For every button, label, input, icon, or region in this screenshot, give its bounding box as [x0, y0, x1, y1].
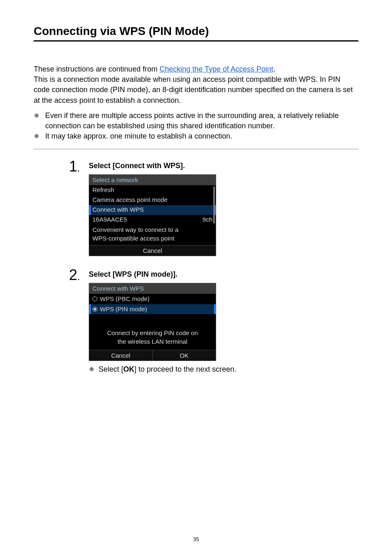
intro-line1-pre: These instructions are continued from [34, 65, 159, 73]
lcd1-cancel-button: Cancel [89, 245, 216, 256]
lcd2-header: Connect with WPS [89, 283, 216, 294]
lcd2-radio-pin-mode: WPS (PIN mode) [89, 304, 216, 315]
radio-unselected-icon [92, 296, 97, 301]
step-2: 2. Select [WPS (PIN mode)]. Connect with… [69, 268, 358, 375]
step-2-note-list: Select [OK] to proceed to the next scree… [89, 364, 358, 375]
lcd1-description: Convenient way to connect to a WPS-compa… [89, 224, 216, 245]
page-number: 35 [0, 536, 392, 542]
page-title: Connecting via WPS (PIN Mode) [34, 25, 358, 42]
lcd1-item-camera-ap-mode: Camera access point mode [89, 195, 216, 205]
lcd1-header: Select a network [89, 175, 216, 185]
lcd1-item-refresh: Refresh [89, 185, 216, 195]
link-checking-access-point[interactable]: Checking the Type of Access Point [159, 65, 273, 73]
step-2-number: 2. [69, 268, 89, 375]
lcd2-ok-button: OK [153, 350, 216, 361]
intro-bullet-1: Even if there are multiple access points… [34, 111, 358, 131]
lcd1-item-connect-wps: Connect with WPS [89, 205, 216, 215]
lcd2-radio-pbc-mode: WPS (PBC mode) [89, 294, 216, 304]
lcd2-description: Connect by entering PIN code on the wire… [89, 326, 216, 350]
step-2-lcd-screenshot: Connect with WPS WPS (PBC mode) WPS (PIN… [89, 283, 216, 361]
intro-bullet-2: It may take approx. one minute to establ… [34, 131, 358, 141]
lcd1-item-network-ssid: 16A9AACE5 9ch [89, 215, 216, 225]
lcd2-cancel-button: Cancel [89, 350, 153, 361]
intro-bullet-list: Even if there are multiple access points… [34, 111, 358, 142]
step-1-number: 1. [69, 159, 89, 259]
step-2-note: Select [OK] to proceed to the next scree… [89, 364, 358, 375]
step-1-title: Select [Connect with WPS]. [89, 162, 358, 170]
intro-line2: This is a connection mode available when… [34, 75, 353, 104]
step-1: 1. Select [Connect with WPS]. Select a n… [69, 159, 358, 259]
intro-line1-post: . [273, 65, 275, 73]
radio-selected-icon [92, 307, 97, 312]
step-2-title: Select [WPS (PIN mode)]. [89, 270, 358, 279]
step-1-lcd-screenshot: Select a network Refresh Camera access p… [89, 174, 216, 256]
lcd1-channel: 9ch [203, 216, 212, 224]
intro-paragraph: These instructions are continued from Ch… [34, 64, 358, 106]
divider [34, 149, 358, 149]
